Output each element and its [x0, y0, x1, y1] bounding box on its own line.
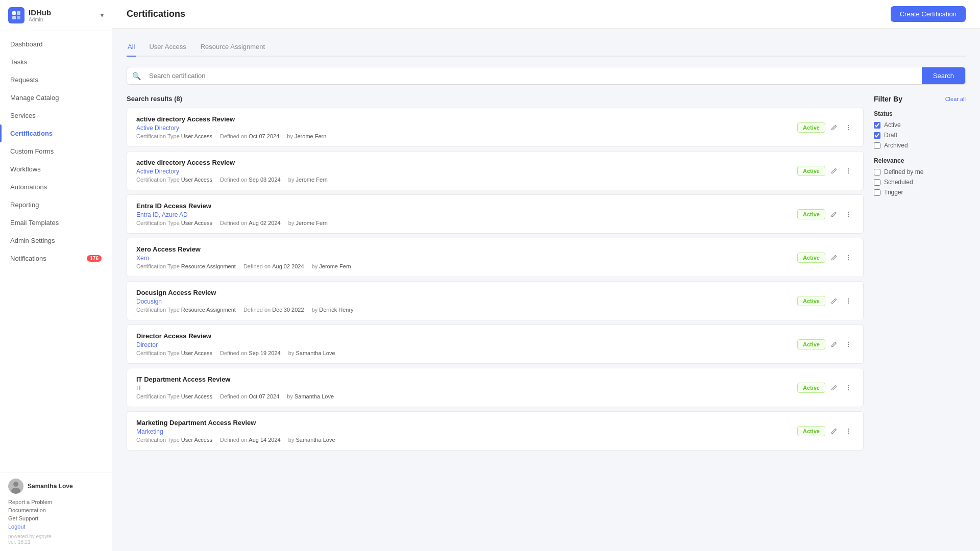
edit-button[interactable]: [828, 339, 840, 350]
svg-point-6: [11, 488, 20, 494]
edit-button[interactable]: [828, 382, 840, 393]
topbar: Certifications Create Certification: [112, 0, 980, 29]
svg-point-21: [848, 302, 849, 303]
filter-label-active: Active: [884, 121, 901, 129]
filter-checkbox-trigger[interactable]: [874, 189, 880, 196]
clear-all-button[interactable]: Clear all: [945, 96, 966, 102]
cert-name: Docusign Access Review: [136, 289, 791, 296]
cert-card: Docusign Access Review Docusign Certific…: [127, 281, 864, 320]
svg-point-24: [848, 345, 849, 346]
svg-point-10: [848, 168, 849, 169]
sidebar-item-automations[interactable]: Automations: [0, 178, 112, 196]
cert-resource[interactable]: Marketing: [136, 428, 791, 435]
sidebar-item-services[interactable]: Services: [0, 107, 112, 124]
sidebar-item-workflows[interactable]: Workflows: [0, 160, 112, 178]
cert-resource[interactable]: Director: [136, 341, 791, 348]
cert-info: Docusign Access Review Docusign Certific…: [136, 289, 791, 313]
filter-option-draft[interactable]: Draft: [874, 132, 966, 139]
cert-actions: Active: [797, 122, 854, 133]
footer-link-support[interactable]: Get Support: [8, 515, 104, 521]
filter-option-defined_by_me[interactable]: Defined by me: [874, 168, 966, 176]
cert-resource[interactable]: IT: [136, 385, 791, 392]
cert-name: Director Access Review: [136, 332, 791, 340]
filter-checkbox-archived[interactable]: [874, 142, 880, 149]
more-options-button[interactable]: [843, 295, 854, 307]
filter-relevance-title: Relevance: [874, 157, 966, 164]
sidebar-item-manage_catalog[interactable]: Manage Catalog: [0, 89, 112, 107]
more-options-button[interactable]: [843, 252, 854, 263]
sidebar-item-certifications[interactable]: Certifications: [0, 124, 112, 142]
cert-card: Marketing Department Access Review Marke…: [127, 411, 864, 450]
svg-rect-3: [17, 16, 20, 19]
more-options-button[interactable]: [843, 382, 854, 393]
create-certification-button[interactable]: Create Certification: [891, 6, 966, 22]
filter-checkbox-active[interactable]: [874, 122, 880, 129]
filter-panel: Filter By Clear all Status ActiveDraftAr…: [874, 95, 966, 455]
more-options-button[interactable]: [843, 339, 854, 350]
footer-link-logout[interactable]: Logout: [8, 523, 104, 530]
cert-resource[interactable]: Docusign: [136, 298, 791, 305]
search-bar: 🔍 Search: [127, 67, 966, 85]
filter-checkbox-defined_by_me[interactable]: [874, 169, 880, 176]
more-options-button[interactable]: [843, 425, 854, 437]
svg-rect-2: [12, 16, 16, 19]
cert-info: active directory Access Review Active Di…: [136, 159, 791, 183]
search-button[interactable]: Search: [922, 67, 965, 84]
more-options-button[interactable]: [843, 165, 854, 177]
sidebar-item-dashboard[interactable]: Dashboard: [0, 35, 112, 53]
filter-status-section: Status ActiveDraftArchived: [874, 110, 966, 149]
tab-user_access[interactable]: User Access: [148, 39, 187, 57]
footer-links: Report a ProblemDocumentationGet Support…: [8, 499, 104, 530]
status-badge: Active: [797, 296, 825, 306]
sidebar-item-tasks[interactable]: Tasks: [0, 53, 112, 71]
filter-checkbox-draft[interactable]: [874, 132, 880, 139]
cert-resource[interactable]: Active Directory: [136, 124, 791, 132]
svg-point-27: [848, 389, 849, 390]
edit-button[interactable]: [828, 295, 840, 307]
edit-button[interactable]: [828, 165, 840, 177]
edit-button[interactable]: [828, 425, 840, 437]
filter-option-active[interactable]: Active: [874, 121, 966, 129]
search-input[interactable]: [146, 67, 922, 84]
more-options-button[interactable]: [843, 122, 854, 133]
logo-icon: [8, 7, 24, 23]
sidebar-item-reporting[interactable]: Reporting: [0, 196, 112, 214]
cert-resource[interactable]: Xero: [136, 255, 791, 262]
sidebar-item-custom_forms[interactable]: Custom Forms: [0, 142, 112, 160]
cert-info: active directory Access Review Active Di…: [136, 115, 791, 139]
tab-resource_assignment[interactable]: Resource Assignment: [200, 39, 266, 57]
cert-actions: Active: [797, 209, 854, 220]
status-badge: Active: [797, 426, 825, 436]
svg-rect-1: [17, 11, 20, 15]
edit-button[interactable]: [828, 209, 840, 220]
footer-link-docs[interactable]: Documentation: [8, 507, 104, 513]
cert-actions: Active: [797, 382, 854, 393]
filter-checkbox-scheduled[interactable]: [874, 179, 880, 186]
cert-resource[interactable]: Entra ID, Azure AD: [136, 211, 791, 218]
filter-option-scheduled[interactable]: Scheduled: [874, 179, 966, 186]
tab-all[interactable]: All: [127, 39, 136, 57]
sidebar-dropdown-button[interactable]: ▾: [101, 12, 104, 19]
cert-name: IT Department Access Review: [136, 375, 791, 383]
sidebar-nav: DashboardTasksRequestsManage CatalogServ…: [0, 31, 112, 472]
cert-resource[interactable]: Active Directory: [136, 168, 791, 175]
svg-point-13: [848, 211, 849, 212]
filter-option-archived[interactable]: Archived: [874, 142, 966, 149]
sidebar-item-email_templates[interactable]: Email Templates: [0, 214, 112, 232]
search-icon: 🔍: [127, 72, 146, 80]
svg-point-5: [13, 482, 18, 487]
cert-name: active directory Access Review: [136, 159, 791, 166]
cert-info: Marketing Department Access Review Marke…: [136, 419, 791, 443]
more-options-button[interactable]: [843, 209, 854, 220]
sidebar-item-admin_settings[interactable]: Admin Settings: [0, 232, 112, 249]
cert-card: active directory Access Review Active Di…: [127, 151, 864, 190]
edit-button[interactable]: [828, 122, 840, 133]
svg-point-9: [848, 129, 849, 130]
edit-button[interactable]: [828, 252, 840, 263]
cert-info: Entra ID Access Review Entra ID, Azure A…: [136, 202, 791, 226]
sidebar-item-notifications[interactable]: Notifications176: [0, 249, 112, 267]
footer-link-report[interactable]: Report a Problem: [8, 499, 104, 505]
sidebar-item-requests[interactable]: Requests: [0, 71, 112, 89]
cert-info: IT Department Access Review IT Certifica…: [136, 375, 791, 399]
filter-option-trigger[interactable]: Trigger: [874, 189, 966, 196]
